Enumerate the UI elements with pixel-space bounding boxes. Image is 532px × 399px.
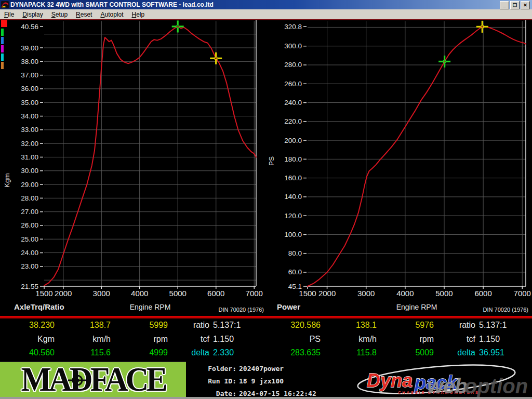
readout-row: PSkm/hrpmtcf1.150 <box>266 335 532 345</box>
green-cursor-arm[interactable] <box>438 61 443 62</box>
x-tick-label: 1500 <box>35 289 52 298</box>
yellow-cursor-arm[interactable] <box>482 28 483 33</box>
yellow-cursor-arm[interactable] <box>476 26 481 28</box>
cursor-readout-area: 38.230138.75999ratio5.137:1Kgmkm/hrpmtcf… <box>0 318 532 361</box>
readout-value: 5.137:1 <box>479 321 531 330</box>
din-note: DIN 70020 (1976) <box>219 307 264 313</box>
y-tick-label: 30.00 <box>21 167 38 175</box>
readout-label: ratio <box>413 321 475 330</box>
readout-value: 5.137:1 <box>213 321 265 330</box>
y-tick-label: 34.00 <box>21 112 38 120</box>
readout-value: 115.6 <box>48 348 111 357</box>
green-cursor-arm[interactable] <box>179 25 184 27</box>
folder-value: 202407power <box>239 365 284 373</box>
dynapack-logo-dyna: Dyna <box>367 370 413 391</box>
green-cursor-arm[interactable] <box>177 21 179 25</box>
yellow-cursor-arm[interactable] <box>217 58 222 59</box>
readout-value: Kgm <box>0 335 55 344</box>
y-tick-label: 38.00 <box>21 58 38 65</box>
y-tick-label: 24.00 <box>21 249 38 257</box>
y-axis-title: PS <box>268 156 275 166</box>
green-cursor-arm[interactable] <box>446 61 450 62</box>
yellow-cursor-arm[interactable] <box>484 26 488 28</box>
y-tick-label: 200.0 <box>284 137 302 144</box>
power-readout-panel: 320.586138.15976ratio5.137:1PSkm/hrpmtcf… <box>266 318 532 361</box>
readout-value: 1.150 <box>479 335 531 344</box>
green-cursor-arm[interactable] <box>177 28 179 33</box>
readout-value: km/h <box>314 335 377 344</box>
menu-item-file[interactable]: File <box>0 10 18 19</box>
folder-label: Folder: <box>190 365 236 373</box>
x-tick-label: 4000 <box>396 289 414 298</box>
y-tick-label: 31.00 <box>21 153 38 161</box>
yellow-cursor-arm[interactable] <box>215 60 217 64</box>
readout-label: delta <box>147 348 209 357</box>
x-tick-label: 1500 <box>299 289 316 298</box>
readout-label: tcf <box>147 335 209 344</box>
title-bar[interactable]: DYNAPACK 32 4WD with SMART CONTROL SOFTW… <box>0 0 532 9</box>
readout-value: 2.330 <box>213 348 265 357</box>
menu-item-setup[interactable]: Setup <box>47 10 72 19</box>
y-tick-label: 37.00 <box>21 71 38 79</box>
bottom-gray-bar <box>0 397 532 399</box>
y-tick-label: 26.00 <box>21 221 38 229</box>
y-tick-label: 36.00 <box>21 85 38 92</box>
chart-title: AxleTrq/Ratio <box>14 302 64 311</box>
y-tick-label: 32.00 <box>21 140 38 148</box>
date-value: 2024-07-15 16:22:42 <box>239 390 316 397</box>
watermark-option: option <box>464 375 528 397</box>
restore-button[interactable]: ❐ <box>510 1 520 9</box>
menu-item-reset[interactable]: Reset <box>72 10 96 19</box>
x-tick-label: 4000 <box>131 289 148 298</box>
readout-value: 115.8 <box>314 348 377 357</box>
readout-value: 138.7 <box>48 321 111 330</box>
y-tick-label: 280.0 <box>284 61 302 69</box>
x-tick-label: 5000 <box>435 289 453 298</box>
green-cursor-arm[interactable] <box>172 25 177 27</box>
y-tick-label: 45.1 <box>288 283 302 290</box>
date-label: Date: <box>190 390 236 397</box>
x-tick-label: 7000 <box>246 289 263 298</box>
x-tick-label: 6000 <box>474 289 491 298</box>
x-axis-title: Engine RPM <box>396 303 437 311</box>
y-tick-label: 21.55 <box>21 283 38 290</box>
readout-value: 40.560 <box>0 348 55 357</box>
dynapack-app-window: DYNAPACK 32 4WD with SMART CONTROL SOFTW… <box>0 0 532 399</box>
menu-item-autoplot[interactable]: Autoplot <box>96 10 127 19</box>
torque-run-curve <box>44 26 256 286</box>
readout-row: Kgmkm/hrpmtcf1.150 <box>0 335 266 345</box>
readout-value: 38.230 <box>0 321 55 330</box>
green-cursor-arm[interactable] <box>444 63 445 68</box>
readout-row: 40.560115.64999delta2.330 <box>0 348 266 358</box>
x-tick-label: 2000 <box>318 289 336 298</box>
x-tick-label: 6000 <box>207 289 224 298</box>
run-info-panel: Folder: 202407power Run ID: 18 9 jzx100 … <box>186 361 348 397</box>
green-cursor-arm[interactable] <box>444 56 445 60</box>
menu-item-help[interactable]: Help <box>128 10 149 19</box>
menu-bar: FileDisplaySetupResetAutoplotHelp <box>0 9 532 19</box>
y-tick-label: 60.0 <box>288 268 302 276</box>
readout-value: 320.586 <box>258 321 321 330</box>
y-tick-label: 39.00 <box>21 44 38 52</box>
run-id-label: Run ID: <box>190 377 236 385</box>
y-tick-label: 160.0 <box>284 174 302 182</box>
y-tick-label: 35.00 <box>21 99 38 107</box>
y-tick-label: 25.00 <box>21 235 38 243</box>
minimize-button[interactable]: _ <box>500 1 509 9</box>
menu-item-display[interactable]: Display <box>18 10 47 19</box>
dynapack-logo: Dyna pack CHASSIS DYNAMOMETERS web optio… <box>348 361 532 397</box>
x-tick-label: 7000 <box>514 289 531 298</box>
close-button[interactable]: ✕ <box>521 1 530 9</box>
madface-logo-text: MADFACE <box>1 361 185 398</box>
din-note: DIN 70020 (1976) <box>483 307 528 313</box>
y-tick-label: 180.0 <box>284 155 302 163</box>
y-tick-label: 140.0 <box>284 193 302 201</box>
readout-value: 1.150 <box>213 335 265 344</box>
readout-row: 320.586138.15976ratio5.137:1 <box>266 321 532 331</box>
yellow-cursor-arm[interactable] <box>482 21 483 25</box>
yellow-cursor-arm[interactable] <box>215 52 217 57</box>
y-tick-label: 40.56 <box>21 23 38 31</box>
yellow-cursor-arm[interactable] <box>210 58 215 59</box>
y-tick-label: 27.00 <box>21 208 38 216</box>
readout-row: 38.230138.75999ratio5.137:1 <box>0 321 266 331</box>
